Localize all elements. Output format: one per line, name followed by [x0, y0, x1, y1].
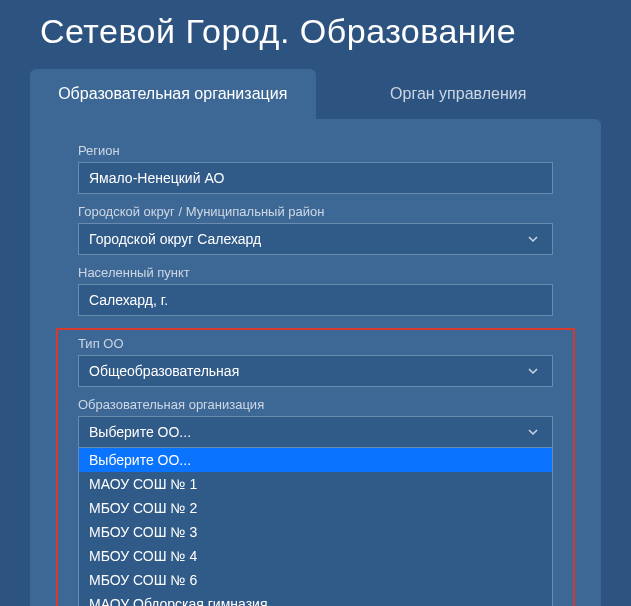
- label-region: Регион: [78, 143, 553, 158]
- tabs-row: Образовательная организация Орган управл…: [30, 69, 601, 119]
- label-org: Образовательная организация: [78, 397, 553, 412]
- dropdown-item[interactable]: Выберите ОО...: [79, 448, 552, 472]
- dropdown-list-org: Выберите ОО... МАОУ СОШ № 1 МБОУ СОШ № 2…: [78, 447, 553, 606]
- input-region[interactable]: Ямало-Ненецкий АО: [78, 162, 553, 194]
- tab-gov[interactable]: Орган управления: [316, 69, 602, 119]
- label-locality: Населенный пункт: [78, 265, 553, 280]
- select-ootype[interactable]: Общеобразовательная: [78, 355, 553, 387]
- select-org[interactable]: Выберите ОО...: [78, 416, 553, 448]
- value-district: Городской округ Салехард: [89, 231, 261, 247]
- dropdown-item[interactable]: МБОУ СОШ № 4: [79, 544, 552, 568]
- label-ootype: Тип ОО: [78, 336, 553, 351]
- value-region: Ямало-Ненецкий АО: [89, 170, 224, 186]
- chevron-down-icon: [524, 423, 542, 441]
- input-locality[interactable]: Салехард, г.: [78, 284, 553, 316]
- page-title: Сетевой Город. Образование: [0, 0, 631, 51]
- highlight-zone: Тип ОО Общеобразовательная Образовательн…: [56, 328, 575, 606]
- dropdown-item[interactable]: МБОУ СОШ № 2: [79, 496, 552, 520]
- value-ootype: Общеобразовательная: [89, 363, 239, 379]
- value-org: Выберите ОО...: [89, 424, 191, 440]
- tabs-container: Образовательная организация Орган управл…: [30, 69, 601, 606]
- value-locality: Салехард, г.: [89, 292, 168, 308]
- select-org-open: Выберите ОО... Выберите ОО... МАОУ СОШ №…: [78, 416, 553, 606]
- dropdown-item[interactable]: МАОУ Обдорская гимназия: [79, 592, 552, 606]
- dropdown-item[interactable]: МБОУ СОШ № 6: [79, 568, 552, 592]
- panel-org: Регион Ямало-Ненецкий АО Городской округ…: [30, 119, 601, 606]
- tab-org[interactable]: Образовательная организация: [30, 69, 316, 119]
- dropdown-item[interactable]: МБОУ СОШ № 3: [79, 520, 552, 544]
- dropdown-item[interactable]: МАОУ СОШ № 1: [79, 472, 552, 496]
- select-district[interactable]: Городской округ Салехард: [78, 223, 553, 255]
- chevron-down-icon: [524, 230, 542, 248]
- chevron-down-icon: [524, 362, 542, 380]
- label-district: Городской округ / Муниципальный район: [78, 204, 553, 219]
